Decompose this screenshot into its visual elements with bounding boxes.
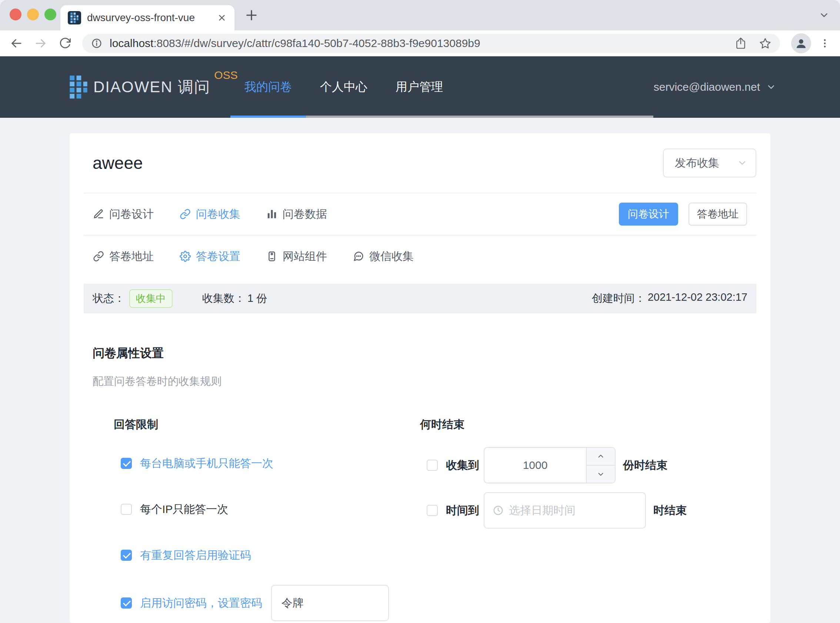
tab-survey-data[interactable]: 问卷数据 [266,207,327,222]
forward-icon[interactable] [32,37,49,50]
tab-label: 问卷收集 [196,207,241,222]
count-number-input [484,447,616,483]
option-once-per-ip: 每个IP只能答一次 [114,502,420,517]
checkbox-access-password[interactable] [121,597,132,609]
browser-menu-icon[interactable] [819,38,830,49]
gear-icon [179,251,191,262]
chat-icon [353,251,364,262]
browser-tab-strip: dwsurvey-oss-front-vue [0,0,840,31]
status-label: 状态： [93,291,125,306]
secondary-tab-row: 答卷地址 答卷设置 网站组件 微信收集 [84,236,756,277]
end-by-count-suffix: 份时结束 [623,458,667,473]
option-label[interactable]: 每个IP只能答一次 [140,502,228,517]
publish-collect-select[interactable]: 发布收集 [663,149,756,177]
option-label[interactable]: 有重复回答启用验证码 [140,548,251,563]
checkbox-once-per-device[interactable] [121,458,132,469]
share-icon[interactable] [735,37,746,49]
checkbox-end-by-count[interactable] [427,460,438,471]
option-access-password: 启用访问密码，设置密码 [114,585,420,621]
tab-wechat-collect[interactable]: 微信收集 [353,249,414,264]
option-label[interactable]: 启用访问密码，设置密码 [140,595,262,611]
edit-icon [93,209,104,219]
address-bar[interactable]: localhost:8083/#/dw/survey/c/attr/c98fa1… [82,34,780,53]
status-bar: 状态： 收集中 收集数： 1 份 创建时间： 2021-12-02 23:02:… [84,284,756,313]
survey-title: aweee [93,153,143,173]
account-dropdown[interactable]: service@diaowen.net [654,56,776,118]
password-input[interactable] [271,585,389,621]
datetime-picker[interactable] [484,492,646,529]
survey-card: aweee 发布收集 问卷设计 问卷收集 [70,134,770,623]
bar-chart-icon [266,209,277,219]
minimize-window-button[interactable] [27,9,39,20]
back-icon[interactable] [8,37,25,50]
tab-label: 问卷设计 [109,207,154,222]
page-body: aweee 发布收集 问卷设计 问卷收集 [0,118,840,623]
settings-form: 回答限制 每台电脑或手机只能答一次 每个IP只能答一次 有重复回答启用验证码 [84,417,756,621]
chevron-down-icon [737,158,747,168]
stepper-down-button[interactable] [587,466,615,483]
browser-toolbar: localhost:8083/#/dw/survey/c/attr/c98fa1… [0,31,840,56]
settings-description: 配置问卷答卷时的收集规则 [93,374,747,389]
option-label[interactable]: 每台电脑或手机只能答一次 [140,456,273,471]
number-steppers [586,448,615,483]
account-email: service@diaowen.net [654,81,760,94]
menu-track [306,115,653,118]
app-navbar: DIAOWEN 调问 OSS 我的问卷 个人中心 用户管理 service@di… [0,56,840,118]
tab-close-icon[interactable] [217,12,227,23]
menu-item-my-surveys[interactable]: 我的问卷 [230,56,306,118]
answer-limit-column: 回答限制 每台电脑或手机只能答一次 每个IP只能答一次 有重复回答启用验证码 [84,417,420,621]
checkbox-once-per-ip[interactable] [121,504,132,515]
chevron-down-icon [597,470,605,478]
widget-icon [266,251,277,262]
end-by-count-row: 收集到 份时结束 [420,447,756,483]
main-menu: 我的问卷 个人中心 用户管理 [230,56,457,118]
checkbox-end-by-time[interactable] [427,505,438,516]
reload-icon[interactable] [57,37,74,50]
datetime-input[interactable] [509,504,637,517]
end-by-time-row: 时间到 时结束 [420,492,756,529]
browser-tab[interactable]: dwsurvey-oss-front-vue [60,5,235,31]
answer-url-button[interactable]: 答卷地址 [688,203,747,226]
tab-label: 网站组件 [283,249,327,264]
survey-design-button[interactable]: 问卷设计 [619,203,678,226]
count-value: 1 份 [247,291,267,306]
site-info-icon[interactable] [91,38,102,49]
zoom-window-button[interactable] [44,9,56,20]
end-conditions-heading: 何时结束 [420,417,756,432]
close-window-button[interactable] [10,9,21,20]
url-path: :8083/#/dw/survey/c/attr/c98fa140-50b7-4… [153,37,480,49]
answer-limit-heading: 回答限制 [114,417,420,432]
clock-icon [493,505,504,516]
new-tab-button[interactable] [244,8,259,25]
stepper-up-button[interactable] [587,448,615,466]
end-by-time-label: 时间到 [446,503,479,518]
tab-label: 问卷数据 [283,207,327,222]
menu-item-user-management[interactable]: 用户管理 [382,56,457,118]
end-conditions-column: 何时结束 收集到 [420,417,756,621]
tab-answer-url[interactable]: 答卷地址 [93,249,154,264]
browser-profile-avatar[interactable] [791,33,811,53]
menu-active-indicator [230,115,306,118]
created-time: 创建时间： 2021-12-02 23:02:17 [592,291,747,306]
count-label: 收集数： [202,291,245,306]
count-value-input[interactable] [484,448,586,483]
menu-item-personal-center[interactable]: 个人中心 [306,56,382,118]
url-text: localhost:8083/#/dw/survey/c/attr/c98fa1… [110,37,480,50]
status-badge: 收集中 [129,289,173,308]
bookmark-star-icon[interactable] [759,37,771,49]
tab-site-widget[interactable]: 网站组件 [266,249,327,264]
end-by-time-suffix: 时结束 [653,503,687,518]
browser-window: dwsurvey-oss-front-vue localhost:8083/#/… [0,0,840,623]
created-value: 2021-12-02 23:02:17 [648,291,747,306]
tab-survey-collect[interactable]: 问卷收集 [179,207,241,222]
link-icon [179,209,191,219]
url-host: localhost [110,37,153,49]
tab-title: dwsurvey-oss-front-vue [87,12,211,24]
settings-heading: 问卷属性设置 [93,345,747,362]
tab-answer-settings[interactable]: 答卷设置 [179,249,241,264]
checkbox-captcha-on-repeat[interactable] [121,550,132,561]
tab-survey-design[interactable]: 问卷设计 [93,207,154,222]
end-by-count-label: 收集到 [446,458,479,473]
traffic-lights [10,9,56,20]
tab-search-chevron-icon[interactable] [819,10,829,22]
